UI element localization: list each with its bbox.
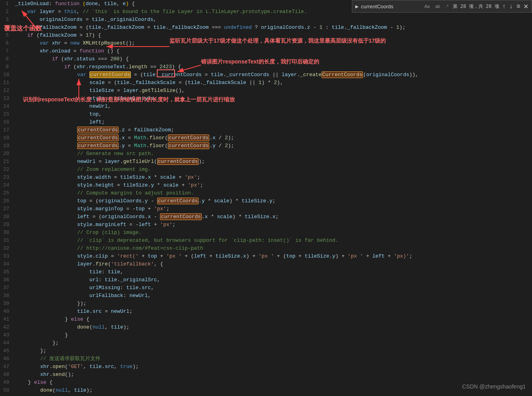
table-row: 12 tileSize = layer.getTileSize(), xyxy=(3,87,532,95)
table-row: 7 xhr.onload = function () { xyxy=(3,47,532,55)
table-row: 50 done(null, tile); xyxy=(3,387,532,394)
table-row: 38 urlFallback: newUrl, xyxy=(3,292,532,300)
table-row: 19 currentCoords.y = Math.floor(currentC… xyxy=(3,142,532,150)
search-arrow-icon: ▶ xyxy=(355,3,359,10)
table-row: 35 tile: tile, xyxy=(3,268,532,276)
table-row: 39 }); xyxy=(3,300,532,308)
table-row: 47 xhr.open('GET', tile.src, true); xyxy=(3,363,532,371)
next-match-button[interactable]: ↓ xyxy=(509,3,513,10)
table-row: 26 top = (originalCoords.y - currentCoor… xyxy=(3,197,532,205)
table-row: 40 tile.src = newUrl; xyxy=(3,308,532,316)
table-row: 25 // Compute margins to adjust position… xyxy=(3,189,532,197)
table-row: 36 url: tile._originalSrc, xyxy=(3,276,532,284)
table-row: 30 // Crop (clip) image. xyxy=(3,229,532,237)
table-row: 22 // Zoom replacement img. xyxy=(3,166,532,174)
table-row: 18 currentCoords.x = Math.floor(currentC… xyxy=(3,134,532,142)
search-menu-button[interactable]: ≡ xyxy=(516,3,521,10)
table-row: 34 layer.fire('tilefallback', { xyxy=(3,260,532,268)
table-row: 24 style.height = tileSize.y * scale + '… xyxy=(3,181,532,189)
table-row: 43 } xyxy=(3,331,532,339)
table-row: 49 } else { xyxy=(3,379,532,387)
table-row: 51 } xyxy=(3,394,532,396)
table-row: 17 currentCoords.z = fallbackZoom; xyxy=(3,126,532,134)
table-row: 41 } else { xyxy=(3,316,532,323)
code-content: 1 _tileOnLoad: function (done, tile, e) … xyxy=(0,0,532,396)
table-row: 29 style.marginLeft = -left + 'px'; xyxy=(3,221,532,229)
table-row: 27 style.marginTop = -top + 'px'; xyxy=(3,205,532,213)
table-row: 14 newUrl, xyxy=(3,103,532,110)
table-row: 20 // Generate new src path. xyxy=(3,150,532,158)
table-row: 37 urlMissing: tile.src, xyxy=(3,284,532,292)
table-row: 16 left; xyxy=(3,118,532,126)
code-area: 1 _tileOnLoad: function (done, tile, e) … xyxy=(0,0,532,396)
prev-match-button[interactable]: ↑ xyxy=(502,3,506,10)
table-row: 21 newUrl = layer.getTileUrl(currentCoor… xyxy=(3,158,532,166)
watermark: CSDN @zhengshaofeng1 xyxy=(462,383,526,390)
table-row: 44 }; xyxy=(3,339,532,347)
table-row: 46 // 发送请求获取瓦片文件 xyxy=(3,355,532,363)
search-input[interactable] xyxy=(361,4,420,9)
table-row: 23 style.width = tileSize.x * scale + 'p… xyxy=(3,174,532,181)
table-row: 13 style = tile.el.style, xyxy=(3,95,532,103)
match-case-button[interactable]: Aa xyxy=(422,3,432,9)
search-count: 第 28 项，共 28 项 xyxy=(453,3,499,10)
search-options: Aa ab .* xyxy=(422,3,450,9)
search-close-button[interactable]: ✕ xyxy=(523,3,528,10)
table-row: 8 if (xhr.status === 200) { xyxy=(3,55,532,63)
table-row: 15 top, xyxy=(3,110,532,118)
table-row: 9 if (xhr.responseText.length == 2423) { xyxy=(3,63,532,71)
table-row: 5 if (fallbackZoom > 17) { xyxy=(3,32,532,39)
regex-button[interactable]: .* xyxy=(444,3,450,9)
search-bar: ▶ Aa ab .* 第 28 项，共 28 项 ↑ ↓ ≡ ✕ xyxy=(352,0,532,13)
table-row: 3 originalCoords = tile._originalCoords, xyxy=(3,16,532,24)
table-row: 31 // `clip` is deprecated, but browsers… xyxy=(3,237,532,245)
table-row: 42 done(null, tile); xyxy=(3,323,532,331)
table-row: 4 fallbackZoom = (tile._fallbackZoom = t… xyxy=(3,24,532,32)
match-word-button[interactable]: ab xyxy=(433,3,442,9)
table-row: 32 // http://caniuse.com/#feat=css-clip-… xyxy=(3,245,532,252)
table-row: 6 var xhr = new XMLHttpRequest(); xyxy=(3,39,532,47)
table-row: 45 }; xyxy=(3,347,532,355)
table-row: 10 var currentCoords = (tile._currentCoo… xyxy=(3,71,532,79)
table-row: 33 style.clip = 'rect(' + top + 'px ' + … xyxy=(3,252,532,260)
table-row: 48 xhr.send(); xyxy=(3,371,532,379)
table-row: 28 left = (originalCoords.x - currentCoo… xyxy=(3,213,532,221)
table-row: 11 scale = (tile._fallbackScale = (tile.… xyxy=(3,79,532,87)
